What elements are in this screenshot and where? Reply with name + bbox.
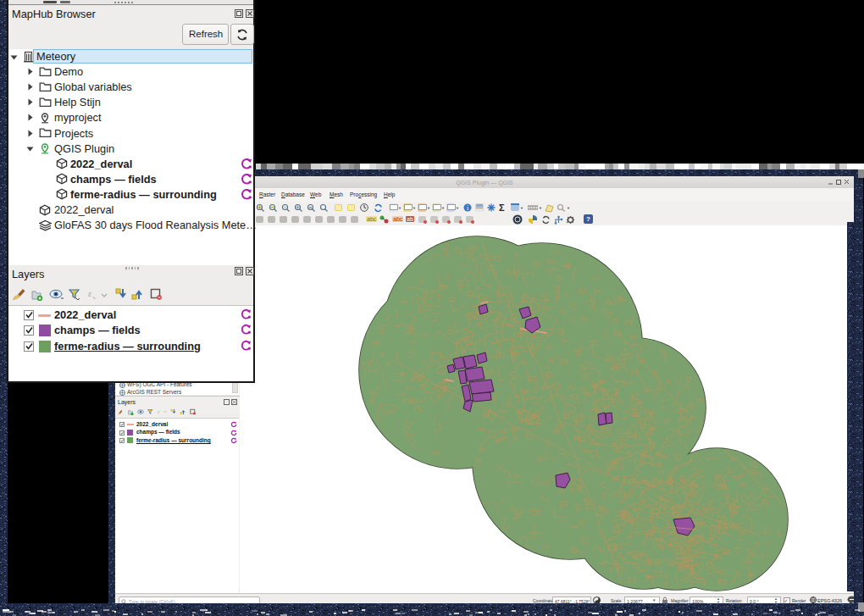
- svg-text:ε: ε: [158, 409, 160, 414]
- svg-text:ε: ε: [88, 288, 92, 298]
